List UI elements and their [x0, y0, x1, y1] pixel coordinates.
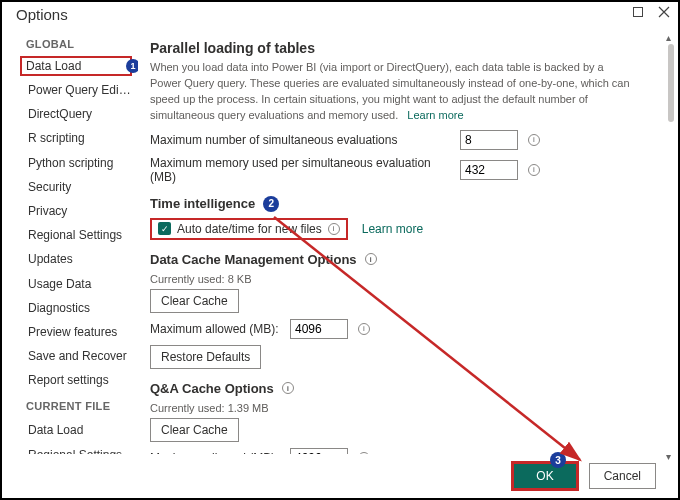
sidebar-item-label: Data Load	[26, 59, 81, 73]
content-pane: Parallel loading of tables When you load…	[138, 32, 678, 454]
section-parallel-title: Parallel loading of tables	[150, 40, 660, 56]
sidebar-heading-global: GLOBAL	[2, 38, 138, 56]
auto-datetime-label: Auto date/time for new files	[177, 222, 322, 236]
titlebar: Options	[2, 2, 678, 32]
max-evals-label: Maximum number of simultaneous evaluatio…	[150, 133, 450, 147]
cancel-button[interactable]: Cancel	[589, 463, 656, 489]
cache-used-label: Currently used: 8 KB	[150, 273, 660, 285]
max-mem-label: Maximum memory used per simultaneous eva…	[150, 156, 450, 184]
cache-max-input[interactable]	[290, 319, 348, 339]
close-icon[interactable]	[658, 6, 670, 18]
sidebar-item-diagnostics[interactable]: Diagnostics	[2, 296, 138, 320]
parallel-learn-more-link[interactable]: Learn more	[407, 109, 463, 121]
scroll-up-icon[interactable]: ▴	[666, 32, 671, 43]
section-parallel-desc: When you load data into Power BI (via im…	[150, 60, 630, 124]
auto-datetime-checkbox[interactable]: ✓ Auto date/time for new files	[158, 222, 322, 236]
qa-clear-cache-button[interactable]: Clear Cache	[150, 418, 239, 442]
info-icon[interactable]: i	[328, 223, 340, 235]
row-max-mem: Maximum memory used per simultaneous eva…	[150, 156, 660, 184]
section-time-title: Time intelligence 2	[150, 196, 660, 212]
vertical-scrollbar[interactable]: ▴ ▾	[668, 44, 674, 450]
window-controls	[632, 6, 670, 18]
max-evals-input[interactable]	[460, 130, 518, 150]
sidebar-item-cf-regional[interactable]: Regional Settings	[2, 443, 138, 454]
annotation-marker-2: 2	[263, 196, 279, 212]
row-max-evals: Maximum number of simultaneous evaluatio…	[150, 130, 660, 150]
scroll-down-icon[interactable]: ▾	[666, 451, 671, 462]
section-qa-title: Q&A Cache Options i	[150, 381, 660, 396]
sidebar-item-usage[interactable]: Usage Data	[2, 272, 138, 296]
sidebar-item-security[interactable]: Security	[2, 175, 138, 199]
info-icon[interactable]: i	[358, 323, 370, 335]
sidebar-item-report[interactable]: Report settings	[2, 368, 138, 392]
sidebar-item-data-load[interactable]: Data Load 1	[20, 56, 132, 76]
sidebar-item-r[interactable]: R scripting	[2, 126, 138, 150]
info-icon[interactable]: i	[282, 382, 294, 394]
sidebar-item-regional[interactable]: Regional Settings	[2, 223, 138, 247]
sidebar-item-directquery[interactable]: DirectQuery	[2, 102, 138, 126]
sidebar-item-python[interactable]: Python scripting	[2, 151, 138, 175]
dialog-footer: 3 OK Cancel	[2, 454, 678, 498]
sidebar-item-cf-dataload[interactable]: Data Load	[2, 418, 138, 442]
sidebar-item-updates[interactable]: Updates	[2, 247, 138, 271]
annotation-marker-3: 3	[550, 452, 566, 468]
info-icon[interactable]: i	[365, 253, 377, 265]
info-icon[interactable]: i	[528, 134, 540, 146]
sidebar-heading-current: CURRENT FILE	[2, 392, 138, 418]
window-title: Options	[16, 6, 68, 23]
restore-icon[interactable]	[632, 6, 644, 18]
info-icon[interactable]: i	[528, 164, 540, 176]
sidebar-item-privacy[interactable]: Privacy	[2, 199, 138, 223]
sidebar-item-preview[interactable]: Preview features	[2, 320, 138, 344]
time-learn-more-link[interactable]: Learn more	[362, 222, 423, 236]
auto-datetime-highlight: ✓ Auto date/time for new files i	[150, 218, 348, 240]
annotation-marker-1: 1	[126, 59, 138, 73]
svg-rect-0	[634, 8, 643, 17]
sidebar-item-save[interactable]: Save and Recover	[2, 344, 138, 368]
restore-defaults-button[interactable]: Restore Defaults	[150, 345, 261, 369]
sidebar: GLOBAL Data Load 1 Power Query Editor Di…	[2, 32, 138, 454]
clear-cache-button[interactable]: Clear Cache	[150, 289, 239, 313]
cache-max-label: Maximum allowed (MB):	[150, 322, 280, 336]
sidebar-item-pqe[interactable]: Power Query Editor	[2, 78, 138, 102]
qa-used-label: Currently used: 1.39 MB	[150, 402, 660, 414]
ok-button[interactable]: OK	[511, 461, 578, 491]
checkbox-checked-icon: ✓	[158, 222, 171, 235]
section-cache-title: Data Cache Management Options i	[150, 252, 660, 267]
scrollbar-thumb[interactable]	[668, 44, 674, 122]
max-mem-input[interactable]	[460, 160, 518, 180]
